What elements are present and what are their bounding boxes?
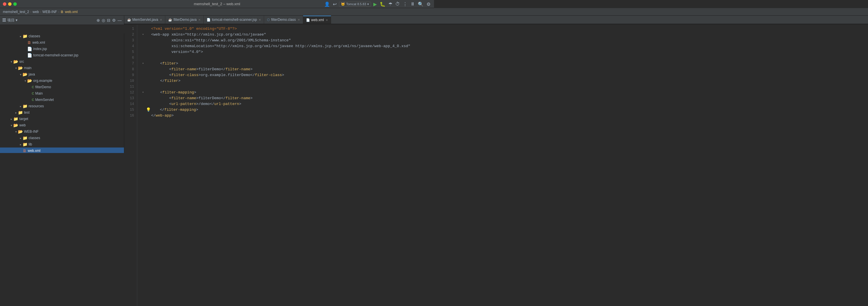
tree-arrow: ▸	[9, 117, 13, 120]
tree-item-test[interactable]: ▸📁test	[0, 109, 124, 116]
sidebar-settings-icon[interactable]: ⚙	[112, 18, 116, 23]
breadcrumb-project[interactable]: memshell_test_2	[3, 10, 29, 14]
tree-item-label: src	[19, 60, 24, 64]
line-number-1: 1	[124, 26, 134, 32]
tab-label: MemServlet.java	[132, 18, 158, 22]
tab-filterDemo[interactable]: ☕filterDemo.java✕	[165, 16, 204, 24]
tree-item-java[interactable]: ▾📂java	[0, 71, 124, 78]
folder-icon: 📁	[23, 136, 27, 140]
window-title: memshell_test_2 – web.xml	[194, 2, 240, 6]
tab-close-icon[interactable]: ✕	[258, 18, 261, 21]
tab-close-icon[interactable]: ✕	[298, 18, 300, 21]
code-line-12: ▾ <filter-mapping>	[140, 90, 434, 95]
run-button[interactable]: ▶	[373, 1, 377, 7]
fold-icon[interactable]: ▾	[142, 61, 144, 66]
sidebar-collapse-icon[interactable]: ⊟	[107, 18, 111, 23]
code-line-8: <filter-name>filterDemo</filter-name>	[140, 66, 434, 72]
folder-icon: 📁	[13, 116, 18, 121]
line-number-11: 11	[124, 84, 134, 90]
fold-icon[interactable]: ▾	[142, 90, 144, 95]
minimize-button[interactable]	[8, 2, 11, 6]
tree-item-classes[interactable]: ▸📁classes	[0, 33, 124, 39]
tree-item-web-xml[interactable]: 🗎web.xml	[0, 39, 124, 46]
fold-gutter-12[interactable]: ▾	[140, 90, 146, 95]
tab-icon: ☕	[127, 18, 131, 22]
line-numbers: 12345678910111213141516	[124, 25, 137, 153]
tab-icon: 📄	[207, 18, 211, 22]
tree-item-target[interactable]: ▸📁target	[0, 116, 124, 122]
sidebar-locate-icon[interactable]: ◎	[102, 18, 105, 23]
fold-icon[interactable]: ▾	[142, 32, 144, 37]
tree-item-resources[interactable]: ▸📁resources	[0, 103, 124, 109]
maximize-button[interactable]	[13, 2, 17, 6]
pause-icon[interactable]: ⏸	[410, 1, 415, 7]
sidebar-add-icon[interactable]: ⊕	[96, 18, 100, 23]
tree-arrow: ▾	[9, 124, 13, 127]
line-number-2: 2	[124, 32, 134, 37]
profile-icon[interactable]: 👤	[323, 1, 331, 7]
debug-button[interactable]: 🐛	[379, 1, 386, 7]
jsp-icon: 📄	[27, 53, 32, 58]
tomcat-badge[interactable]: 🐱 Tomcat 8.5.83 ▾	[339, 2, 371, 7]
code-text-1: <?xml version="1.0" encoding="UTF-8"?>	[151, 26, 434, 32]
tree-item-label: org.example	[33, 79, 52, 83]
breadcrumb-web[interactable]: web	[33, 10, 39, 14]
profile-run-icon[interactable]: ⏱	[395, 1, 401, 7]
tree-arrow: ▸	[19, 35, 23, 38]
fold-gutter-2[interactable]: ▾	[140, 32, 146, 37]
line-number-14: 14	[124, 101, 134, 107]
code-area[interactable]: <?xml version="1.0" encoding="UTF-8"?>▾<…	[137, 25, 434, 153]
tree-arrow	[28, 98, 32, 102]
line-number-15: 15	[124, 107, 134, 113]
close-button[interactable]	[3, 2, 6, 6]
breadcrumb-webinf[interactable]: WEB-INF	[42, 10, 57, 14]
search-everywhere-icon[interactable]: 🔍	[417, 1, 424, 7]
folder-icon: 📁	[23, 142, 27, 147]
code-text-9: <filter-class>org.example.filterDemo</fi…	[151, 72, 434, 78]
tree-item-web-xml2[interactable]: 🗎web.xml	[0, 147, 124, 153]
more-actions-icon[interactable]: ⋮	[402, 1, 408, 7]
hint-icon-15[interactable]: 💡	[146, 107, 151, 113]
tab-close-icon[interactable]: ✕	[198, 18, 200, 21]
folder-icon: 📂	[23, 72, 27, 77]
vcs-icon[interactable]: ↩	[332, 1, 337, 7]
tab-close-icon[interactable]: ✕	[326, 19, 328, 22]
tab-MemServlet[interactable]: ☕MemServlet.java✕	[124, 16, 165, 24]
tree-arrow: ▾	[9, 60, 13, 63]
tab-close-icon[interactable]: ✕	[160, 18, 162, 21]
code-text-5: version="4.0">	[151, 49, 434, 55]
tab-label: web.xml	[311, 18, 324, 22]
editor[interactable]: 12345678910111213141516<?xml version="1.…	[124, 25, 434, 153]
breadcrumb-webxml[interactable]: 🗎 web.xml	[60, 10, 78, 14]
tab-filterDemo-class[interactable]: ⬡filterDemo.class✕	[264, 16, 303, 24]
tree-item-Main[interactable]: CMain	[0, 90, 124, 96]
coverage-icon[interactable]: ☂	[388, 1, 393, 7]
java-class-icon: C	[32, 85, 34, 89]
tree-item-main[interactable]: ▾📂main	[0, 65, 124, 71]
folder-icon: 📂	[13, 59, 18, 64]
settings-icon[interactable]: ⚙	[426, 1, 431, 7]
tab-web-xml[interactable]: 📄web.xml✕	[303, 16, 331, 24]
tree-item-tomcat-scanner[interactable]: 📄tomcat-memshell-scanner.jsp	[0, 52, 124, 58]
tab-tomcat-scanner[interactable]: 📄tomcat-memshell-scanner.jsp✕	[204, 16, 264, 24]
tree-item-MemServlet[interactable]: CMemServlet	[0, 96, 124, 103]
file-tree: ▸📁classes 🗎web.xml 📄index.jsp 📄tomcat-me…	[0, 33, 124, 153]
jsp-icon: 📄	[27, 47, 32, 51]
code-line-11	[140, 84, 434, 90]
xml-icon: 🗎	[23, 148, 27, 153]
tree-item-index-jsp[interactable]: 📄index.jsp	[0, 46, 124, 52]
sidebar-minimize-icon[interactable]: —	[118, 18, 122, 23]
code-line-3: xmlns:xsi="http://www.w3.org/2001/XMLSch…	[140, 37, 434, 44]
code-text-4: xsi:schemaLocation="http://xmlns.jcp.org…	[151, 44, 434, 49]
tree-item-org-example[interactable]: ▾📂org.example	[0, 78, 124, 84]
tree-item-lib[interactable]: ▸📁lib	[0, 141, 124, 147]
tree-item-classes2[interactable]: ▸📁classes	[0, 135, 124, 141]
tree-item-web[interactable]: ▾📂web	[0, 122, 124, 129]
code-text-8: <filter-name>filterDemo</filter-name>	[151, 66, 434, 72]
fold-gutter-7[interactable]: ▾	[140, 61, 146, 66]
line-number-10: 10	[124, 78, 134, 84]
tree-item-filterDemo[interactable]: CfilterDemo	[0, 84, 124, 90]
tree-item-src[interactable]: ▾📂src	[0, 58, 124, 65]
tree-item-WEB-INF[interactable]: ▾📂WEB-INF	[0, 129, 124, 135]
line-number-8: 8	[124, 66, 134, 72]
